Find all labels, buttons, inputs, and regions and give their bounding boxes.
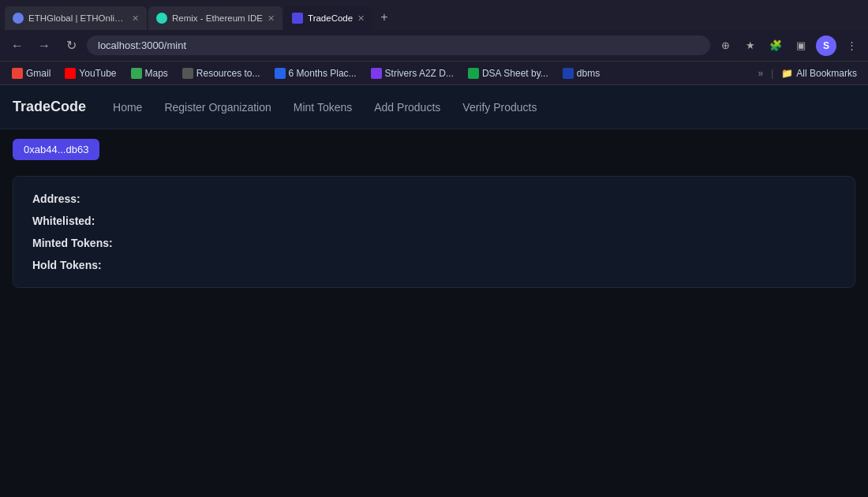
tab-label-eth: ETHGlobal | ETHOnline 2... bbox=[28, 13, 127, 23]
bookmark-label-dbms: dbms bbox=[577, 68, 600, 79]
browser-frame: ETHGlobal | ETHOnline 2... ✕ Remix - Eth… bbox=[0, 0, 868, 497]
tab-bar: ETHGlobal | ETHOnline 2... ✕ Remix - Eth… bbox=[0, 0, 868, 30]
nav-add-products[interactable]: Add Products bbox=[372, 98, 442, 117]
bookmark-favicon-strivers bbox=[371, 68, 382, 79]
profile-icon[interactable]: S bbox=[816, 36, 836, 56]
new-tab-button[interactable]: + bbox=[374, 7, 394, 28]
tab-close-trade[interactable]: ✕ bbox=[357, 13, 365, 24]
bookmark-label-youtube: YouTube bbox=[79, 68, 116, 79]
address-input[interactable] bbox=[87, 36, 710, 55]
tab-ethglobal[interactable]: ETHGlobal | ETHOnline 2... ✕ bbox=[5, 6, 147, 30]
tab-close-remix[interactable]: ✕ bbox=[268, 13, 275, 24]
reload-button[interactable]: ↻ bbox=[60, 35, 82, 57]
nav-home[interactable]: Home bbox=[111, 98, 144, 117]
bookmark-label-gmail: Gmail bbox=[26, 68, 51, 79]
wallet-row: 0xab44...db63 bbox=[0, 129, 868, 170]
hold-tokens-row: Hold Tokens: bbox=[32, 259, 836, 271]
minted-tokens-row: Minted Tokens: bbox=[32, 237, 836, 249]
bookmark-favicon-dsa bbox=[468, 68, 479, 79]
address-bar-row: ← → ↻ ⊕ ★ 🧩 ▣ S ⋮ bbox=[0, 30, 868, 62]
tab-label-trade: TradeCode bbox=[308, 13, 353, 23]
wallet-address-button[interactable]: 0xab44...db63 bbox=[13, 139, 99, 160]
bookmark-favicon-resources bbox=[182, 68, 193, 79]
bookmark-favicon-dbms bbox=[563, 68, 574, 79]
bookmark-youtube[interactable]: YouTube bbox=[59, 66, 122, 80]
address-label: Address: bbox=[32, 192, 80, 205]
bookmarks-more-button[interactable]: » bbox=[754, 66, 769, 80]
tab-favicon-trade bbox=[292, 13, 303, 24]
bookmark-6months[interactable]: 6 Months Plac... bbox=[269, 66, 362, 80]
bookmark-label-maps: Maps bbox=[145, 68, 168, 79]
whitelisted-row: Whitelisted: bbox=[32, 215, 836, 227]
tab-remix[interactable]: Remix - Ethereum IDE ✕ bbox=[148, 6, 282, 30]
bookmark-resources[interactable]: Resources to... bbox=[177, 66, 266, 80]
app-header: TradeCode Home Register Organization Min… bbox=[0, 85, 868, 129]
hold-tokens-label: Hold Tokens: bbox=[32, 259, 102, 271]
page-content: TradeCode Home Register Organization Min… bbox=[0, 85, 868, 497]
all-bookmarks-label: All Bookmarks bbox=[796, 68, 857, 79]
tab-favicon-eth bbox=[13, 13, 24, 24]
bookmark-label-6months: 6 Months Plac... bbox=[289, 68, 357, 79]
nav-register-org[interactable]: Register Organization bbox=[163, 98, 272, 117]
menu-icon[interactable]: ⋮ bbox=[841, 36, 862, 56]
bookmark-favicon-6months bbox=[275, 68, 286, 79]
bookmark-gmail[interactable]: Gmail bbox=[6, 66, 56, 80]
tab-tradecode[interactable]: TradeCode ✕ bbox=[284, 6, 372, 30]
star-icon[interactable]: ★ bbox=[740, 36, 761, 56]
bookmark-maps[interactable]: Maps bbox=[125, 66, 174, 80]
bookmarks-bar: Gmail YouTube Maps Resources to... 6 Mon… bbox=[0, 62, 868, 85]
bookmark-label-strivers: Strivers A2Z D... bbox=[385, 68, 454, 79]
bookmark-dbms[interactable]: dbms bbox=[557, 66, 605, 80]
forward-button[interactable]: → bbox=[33, 35, 55, 57]
address-row: Address: bbox=[32, 192, 836, 205]
minted-tokens-label: Minted Tokens: bbox=[32, 237, 113, 249]
bookmark-dsa[interactable]: DSA Sheet by... bbox=[462, 66, 554, 80]
bookmark-favicon-youtube bbox=[65, 68, 76, 79]
bookmark-label-dsa: DSA Sheet by... bbox=[482, 68, 548, 79]
browser-actions: ⊕ ★ 🧩 ▣ S ⋮ bbox=[715, 36, 862, 56]
nav-links: Home Register Organization Mint Tokens A… bbox=[111, 98, 538, 117]
nav-mint-tokens[interactable]: Mint Tokens bbox=[292, 98, 354, 117]
folder-icon: 📁 bbox=[781, 68, 793, 79]
nav-verify-products[interactable]: Verify Products bbox=[461, 98, 538, 117]
bookmark-favicon-gmail bbox=[12, 68, 23, 79]
app-title: TradeCode bbox=[13, 99, 86, 115]
bookmark-strivers[interactable]: Strivers A2Z D... bbox=[365, 66, 459, 80]
tab-label-remix: Remix - Ethereum IDE bbox=[172, 13, 263, 23]
tab-favicon-remix bbox=[156, 13, 167, 24]
bookmarks-divider: | bbox=[771, 68, 773, 79]
back-button[interactable]: ← bbox=[6, 35, 28, 57]
info-card: Address: Whitelisted: Minted Tokens: Hol… bbox=[13, 176, 855, 288]
whitelisted-label: Whitelisted: bbox=[32, 215, 95, 227]
bookmark-favicon-maps bbox=[131, 68, 142, 79]
extensions-icon[interactable]: 🧩 bbox=[765, 36, 786, 56]
all-bookmarks-button[interactable]: 📁 All Bookmarks bbox=[776, 66, 862, 80]
sidebar-icon[interactable]: ▣ bbox=[791, 36, 811, 56]
bookmark-label-resources: Resources to... bbox=[196, 68, 260, 79]
tab-close-eth[interactable]: ✕ bbox=[132, 13, 139, 24]
share-icon[interactable]: ⊕ bbox=[715, 36, 735, 56]
